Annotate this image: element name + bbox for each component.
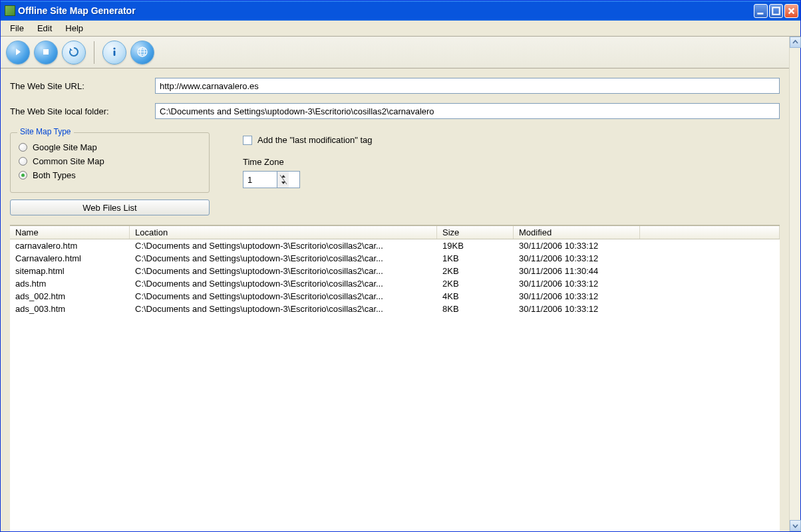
lastmod-checkbox[interactable]: [243, 136, 252, 145]
spinner-buttons[interactable]: [277, 172, 289, 188]
cell-name: Carnavalero.html: [10, 253, 130, 264]
menubar: File Edit Help: [1, 21, 800, 37]
col-modified[interactable]: Modified: [514, 226, 640, 239]
col-empty[interactable]: [640, 226, 780, 239]
lastmod-label: Add the "last modification" tag: [257, 135, 373, 145]
radio-common-indicator: [19, 157, 27, 166]
cell-location: C:\Documents and Settings\uptodown-3\Esc…: [130, 303, 437, 315]
close-button[interactable]: [784, 4, 798, 18]
url-input[interactable]: [155, 78, 780, 94]
svg-point-3: [113, 47, 115, 49]
radio-both[interactable]: Both Types: [19, 170, 201, 180]
chevron-down-icon: [792, 523, 798, 529]
menu-help[interactable]: Help: [59, 21, 90, 35]
cell-size: 1KB: [437, 253, 514, 264]
client-area: The Web Site URL: The Web Site local fol…: [1, 37, 800, 531]
menu-edit[interactable]: Edit: [31, 21, 59, 35]
scroll-down-button[interactable]: [790, 520, 801, 531]
minimize-button[interactable]: [754, 4, 768, 18]
globe-button[interactable]: [130, 41, 154, 65]
app-window: Offline Site Map Generator File Edit Hel…: [0, 0, 801, 532]
cell-modified: 30/11/2006 10:33:12: [514, 291, 640, 302]
radio-both-label: Both Types: [33, 170, 76, 180]
folder-label: The Web Site local folder:: [10, 106, 155, 116]
cell-size: 19KB: [437, 240, 514, 251]
scroll-up-button[interactable]: [790, 37, 801, 48]
table-row[interactable]: ads_003.htmC:\Documents and Settings\upt…: [10, 303, 780, 315]
radio-google-label: Google Site Map: [33, 142, 97, 152]
radio-google-indicator: [19, 143, 27, 152]
col-size[interactable]: Size: [437, 226, 514, 239]
cell-size: 4KB: [437, 291, 514, 302]
table-row[interactable]: sitemap.htmlC:\Documents and Settings\up…: [10, 265, 780, 277]
file-list: Name Location Size Modified carnavalero.…: [10, 225, 780, 531]
svg-rect-1: [772, 7, 779, 14]
window-title: Offline Site Map Generator: [18, 5, 754, 16]
url-label: The Web Site URL:: [10, 81, 155, 91]
sitemap-group-title: Site Map Type: [17, 127, 74, 136]
cell-size: 2KB: [437, 278, 514, 289]
radio-common-label: Common Site Map: [33, 156, 104, 166]
cell-location: C:\Documents and Settings\uptodown-3\Esc…: [130, 240, 437, 251]
cell-name: sitemap.html: [10, 265, 130, 277]
menu-file[interactable]: File: [3, 21, 31, 35]
table-row[interactable]: ads.htmC:\Documents and Settings\uptodow…: [10, 277, 780, 290]
col-name[interactable]: Name: [10, 226, 130, 239]
cell-empty: [640, 278, 780, 289]
stop-button[interactable]: [34, 41, 58, 65]
cell-location: C:\Documents and Settings\uptodown-3\Esc…: [130, 278, 437, 289]
cell-location: C:\Documents and Settings\uptodown-3\Esc…: [130, 291, 437, 302]
cell-modified: 30/11/2006 10:33:12: [514, 240, 640, 251]
table-row[interactable]: carnavalero.htmC:\Documents and Settings…: [10, 239, 780, 252]
cell-size: 8KB: [437, 303, 514, 315]
cell-empty: [640, 291, 780, 302]
cell-modified: 30/11/2006 11:30:44: [514, 265, 640, 277]
cell-modified: 30/11/2006 10:33:12: [514, 303, 640, 315]
radio-google[interactable]: Google Site Map: [19, 142, 201, 152]
cell-empty: [640, 253, 780, 264]
cell-empty: [640, 240, 780, 251]
col-location[interactable]: Location: [130, 226, 437, 239]
cell-name: ads_002.htm: [10, 291, 130, 302]
toolbar-separator: [94, 41, 94, 64]
timezone-input[interactable]: [243, 172, 277, 188]
app-icon: [5, 5, 15, 16]
table-row[interactable]: Carnavalero.htmlC:\Documents and Setting…: [10, 252, 780, 265]
cell-name: ads.htm: [10, 278, 130, 289]
timezone-label: Time Zone: [243, 157, 373, 167]
cell-name: carnavalero.htm: [10, 240, 130, 251]
cell-size: 2KB: [437, 265, 514, 277]
sitemap-type-group: Site Map Type Google Site Map Common Sit…: [10, 132, 210, 193]
maximize-button[interactable]: [769, 4, 783, 18]
svg-rect-4: [114, 51, 116, 56]
play-icon: [13, 47, 23, 59]
web-files-list-button[interactable]: Web Files List: [10, 200, 210, 215]
list-body[interactable]: carnavalero.htmC:\Documents and Settings…: [10, 239, 780, 531]
play-button[interactable]: [6, 41, 30, 65]
info-icon: [108, 46, 120, 59]
toolbar: [1, 37, 789, 68]
titlebar[interactable]: Offline Site Map Generator: [1, 1, 800, 21]
list-header: Name Location Size Modified: [10, 226, 780, 239]
svg-rect-2: [43, 49, 49, 55]
folder-input[interactable]: [155, 103, 780, 119]
timezone-spinner[interactable]: [243, 171, 300, 188]
cell-name: ads_003.htm: [10, 303, 130, 315]
globe-icon: [136, 46, 148, 59]
table-row[interactable]: ads_002.htmC:\Documents and Settings\upt…: [10, 290, 780, 303]
cell-empty: [640, 303, 780, 315]
radio-both-indicator: [19, 171, 27, 180]
cell-location: C:\Documents and Settings\uptodown-3\Esc…: [130, 265, 437, 277]
refresh-button[interactable]: [62, 41, 86, 65]
cell-location: C:\Documents and Settings\uptodown-3\Esc…: [130, 253, 437, 264]
cell-empty: [640, 265, 780, 277]
spinner-updown-icon: [279, 174, 288, 186]
stop-icon: [41, 47, 51, 59]
info-button[interactable]: [102, 41, 126, 65]
radio-common[interactable]: Common Site Map: [19, 156, 201, 166]
refresh-icon: [68, 46, 80, 59]
svg-rect-0: [757, 13, 763, 15]
vertical-scrollbar[interactable]: [789, 37, 800, 531]
chevron-up-icon: [792, 39, 798, 45]
form-area: The Web Site URL: The Web Site local fol…: [1, 68, 789, 225]
